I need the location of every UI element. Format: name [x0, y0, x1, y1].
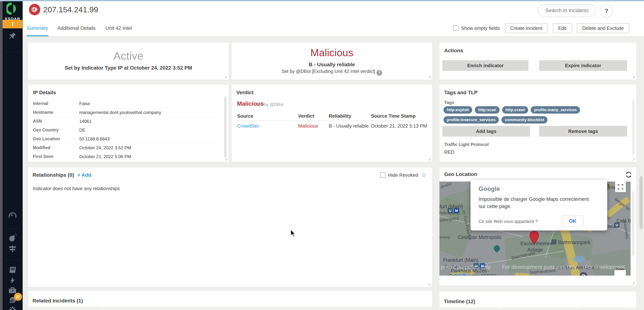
actions-title: Actions — [444, 48, 463, 54]
resize-handle[interactable] — [224, 75, 228, 79]
transit-badge: U — [614, 222, 620, 228]
ip-detail-row: Geo CountryDE — [33, 126, 219, 135]
ip-detail-row: First SeenOctober 21, 2022 5:06 PM — [33, 152, 219, 161]
relationships-card: Relationships (0) + Add Hide Revoked Ind… — [28, 167, 432, 287]
map-zoom-control[interactable] — [614, 270, 626, 275]
dialog-message: Impossible de charger Google Maps correc… — [479, 196, 593, 210]
incidents-bomb-icon[interactable] — [2, 233, 22, 242]
pin-icon[interactable] — [2, 32, 22, 40]
tab-additional-details[interactable]: Additional Details — [57, 20, 96, 36]
xsoar-logo-icon — [6, 3, 18, 15]
resize-handle[interactable] — [632, 157, 635, 161]
verdict-card: Verdict Malicious Set by @DBot Source Ve… — [232, 84, 432, 162]
edit-button[interactable]: Edit — [553, 23, 572, 33]
field-value: 14061 — [79, 119, 92, 124]
tlp-label: Traffic Light Protocol — [444, 142, 488, 147]
card-scrollbar[interactable] — [632, 100, 634, 155]
google-logo-text: Google — [479, 185, 500, 192]
map-watermark: For development — [585, 264, 625, 270]
automation-bolt-icon[interactable] — [2, 276, 22, 284]
field-label: First Seen — [33, 154, 79, 159]
page-scrollbar[interactable] — [640, 176, 643, 229]
relationships-settings-gear-icon[interactable] — [421, 172, 427, 178]
related-incidents-table-header — [28, 307, 432, 310]
map-label: straße — [440, 181, 452, 189]
field-label: Geo Location — [33, 136, 79, 141]
table-divider — [236, 121, 424, 121]
enrich-indicator-button[interactable]: Enrich indicator — [442, 60, 528, 71]
tlp-value: RED — [444, 149, 454, 155]
resize-handle[interactable] — [632, 281, 635, 284]
geo-location-title: Geo Location — [444, 171, 477, 177]
map-label: PalaisQuartier APCOA — [449, 273, 497, 275]
status-value: Active — [28, 50, 229, 62]
help-button[interactable]: ? — [600, 4, 613, 18]
tab-bar: Summary Additional Details Unit 42 Intel… — [23, 20, 644, 36]
window-left-edge — [0, 0, 2, 310]
sidebar: XSOAR ! — [2, 0, 23, 310]
add-tags-button[interactable]: Add tags — [442, 126, 530, 137]
marketplace-cube-icon[interactable]: 22 — [2, 295, 22, 304]
playbooks-book-icon[interactable] — [2, 265, 22, 274]
card-scrollbar[interactable] — [224, 97, 226, 158]
verdict-table-header: Source Verdict Reliability Source Time S… — [232, 113, 432, 121]
field-value: managemental.dont.youlovethat.company — [79, 110, 161, 115]
threat-intel-signpost-icon[interactable] — [2, 244, 22, 253]
help-icon[interactable]: ? — [376, 70, 382, 76]
ip-detail-row: Hostnamemanagemental.dont.youlovethat.co… — [33, 108, 219, 117]
field-label: Internal — [33, 101, 79, 106]
tag-pill[interactable]: profile:many_services — [531, 106, 580, 114]
geo-location-card: Geo Location straßefurt (Main)heburg — [439, 167, 636, 286]
expire-indicator-button[interactable]: Expire indicator — [539, 60, 627, 71]
related-incidents-card: Related Incidents (1) — [28, 291, 432, 310]
tag-pill[interactable]: http:exploit — [444, 106, 472, 114]
settings-gear-icon[interactable] — [2, 305, 22, 310]
map-fullscreen-button[interactable] — [615, 181, 626, 192]
alerts-indicator[interactable]: ! — [2, 20, 22, 28]
tag-pill[interactable]: http:crawl — [502, 106, 528, 114]
timeline-table-header — [440, 307, 636, 310]
resize-handle[interactable] — [428, 157, 431, 161]
reliability-cell: B - Usually reliable — [329, 123, 369, 129]
map-label: Bethmannpark — [558, 240, 590, 245]
tab-unit42-intel[interactable]: Unit 42 Intel — [106, 20, 132, 36]
refresh-icon[interactable] — [625, 171, 632, 178]
card-scrollbar[interactable] — [632, 191, 634, 256]
create-incident-button[interactable]: Create incident — [505, 23, 548, 33]
resize-handle[interactable] — [428, 282, 431, 286]
tag-pill[interactable]: community-blocklist — [502, 116, 548, 124]
search-input[interactable] — [538, 4, 596, 17]
map-marker-icon — [492, 244, 501, 253]
show-empty-fields-toggle[interactable]: Show empty fields — [453, 26, 500, 31]
tab-summary[interactable]: Summary — [27, 20, 48, 36]
add-relationship-link[interactable]: + Add — [78, 172, 91, 178]
marketplace-badge: 22 — [14, 293, 22, 301]
verdict-cell: Malicious — [298, 123, 318, 129]
delete-and-exclude-button[interactable]: Delete and Exclude — [577, 23, 629, 33]
tags-tlp-title: Tags and TLP — [444, 90, 478, 96]
remove-tags-button[interactable]: Remove tags — [539, 126, 627, 137]
map-label: Ha — [609, 184, 615, 190]
resize-handle[interactable] — [632, 75, 635, 79]
resize-handle[interactable] — [428, 75, 431, 79]
ip-details-table: InternalFalseHostnamemanagemental.dont.y… — [33, 99, 219, 161]
mouse-cursor — [289, 229, 298, 238]
related-incidents-title: Related Incidents (1) — [32, 298, 83, 304]
source-link[interactable]: CrowdSec — [237, 123, 259, 129]
verdict-table-row: CrowdSecMaliciousB - Usually reliableOct… — [232, 123, 432, 131]
resize-handle[interactable] — [224, 157, 228, 161]
field-label: ASN — [33, 119, 79, 124]
field-label: Modified — [33, 145, 79, 150]
hide-revoked-checkbox[interactable] — [380, 172, 386, 178]
xsoar-logo[interactable]: XSOAR — [2, 3, 22, 21]
tag-pill[interactable]: http:scan — [475, 106, 500, 114]
ip-detail-row: ASN14061 — [33, 117, 219, 126]
show-empty-fields-checkbox[interactable] — [453, 26, 458, 31]
dashboard-gauge-icon[interactable] — [2, 211, 22, 220]
transit-badge: M — [454, 208, 459, 213]
tag-pill[interactable]: profile:insecure_services — [444, 116, 499, 124]
field-label: Hostname — [33, 110, 79, 115]
dialog-ok-button[interactable]: OK — [562, 215, 583, 227]
status-note: Set by Indicator Type IP at October 24, … — [28, 65, 229, 71]
field-label: Geo Country — [33, 128, 79, 133]
